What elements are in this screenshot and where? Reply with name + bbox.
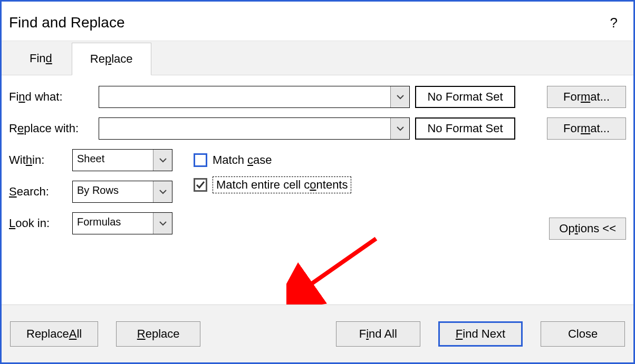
search-value: By Rows xyxy=(73,181,153,202)
within-dropdown-arrow[interactable] xyxy=(153,150,172,171)
match-case-label: Match case xyxy=(213,153,272,167)
options-toggle-button[interactable]: Options << xyxy=(549,218,626,240)
chevron-down-icon xyxy=(159,221,167,226)
search-dropdown-arrow[interactable] xyxy=(153,181,172,202)
replace-with-text[interactable] xyxy=(99,118,390,139)
dialog-body: Find what: No Format Set Format... Repla… xyxy=(2,75,633,234)
tab-strip: FindFind ReplaceReplace xyxy=(2,41,633,75)
match-entire-checkbox[interactable] xyxy=(194,178,207,192)
dialog-title: Find and Replace xyxy=(9,14,124,31)
match-case-row[interactable]: Match case xyxy=(194,153,626,167)
tab-replace-label: ReplaceReplace xyxy=(90,52,133,66)
replace-with-label: Replace with: xyxy=(9,122,93,135)
match-entire-label: Match entire cell contents xyxy=(213,176,351,193)
search-select[interactable]: By Rows xyxy=(72,181,172,203)
find-what-dropdown-arrow[interactable] xyxy=(390,86,409,107)
lookin-label: Look in: xyxy=(9,217,72,230)
find-next-button[interactable]: Find Next xyxy=(438,321,523,347)
replace-with-row: Replace with: No Format Set Format... xyxy=(9,117,626,140)
replace-all-button[interactable]: Replace All xyxy=(10,321,98,347)
checkmark-icon xyxy=(196,180,205,190)
find-what-row: Find what: No Format Set Format... xyxy=(9,86,626,108)
help-button[interactable]: ? xyxy=(610,15,618,31)
tab-find-label: FindFind xyxy=(30,52,52,65)
tab-replace[interactable]: ReplaceReplace xyxy=(72,43,151,75)
lookin-value: Formulas xyxy=(73,213,153,234)
replace-button[interactable]: Replace xyxy=(116,321,200,347)
lookin-select[interactable]: Formulas xyxy=(72,212,172,234)
options-grid: Within: Sheet Match case Search: By Rows xyxy=(9,149,626,234)
chevron-down-icon xyxy=(397,94,404,100)
within-label: Within: xyxy=(9,153,72,167)
find-what-text[interactable] xyxy=(99,86,390,107)
match-entire-row[interactable]: Match entire cell contents xyxy=(194,176,626,193)
button-bar: Replace All Replace Find All Find Next C… xyxy=(2,304,633,362)
annotation-arrow xyxy=(286,233,392,307)
chevron-down-icon xyxy=(159,189,167,194)
chevron-down-icon xyxy=(397,126,404,131)
find-format-button[interactable]: Format... xyxy=(547,86,626,108)
match-case-checkbox[interactable] xyxy=(194,153,207,167)
replace-format-button[interactable]: Format... xyxy=(547,117,626,140)
replace-format-preview: No Format Set xyxy=(415,117,515,140)
find-format-preview: No Format Set xyxy=(415,86,515,108)
within-value: Sheet xyxy=(73,150,153,171)
find-all-button[interactable]: Find All xyxy=(336,321,420,347)
find-what-label: Find what: xyxy=(9,90,93,104)
replace-with-dropdown-arrow[interactable] xyxy=(390,118,409,139)
lookin-dropdown-arrow[interactable] xyxy=(153,213,172,234)
search-label: Search: xyxy=(9,185,72,199)
chevron-down-icon xyxy=(159,158,167,163)
tab-find[interactable]: FindFind xyxy=(11,42,71,75)
find-what-input[interactable] xyxy=(99,86,410,108)
find-replace-dialog: Find and Replace ? FindFind ReplaceRepla… xyxy=(0,0,635,364)
close-button[interactable]: Close xyxy=(541,321,625,347)
replace-with-input[interactable] xyxy=(99,117,410,140)
svg-line-0 xyxy=(302,239,376,290)
titlebar: Find and Replace ? xyxy=(2,2,633,41)
within-select[interactable]: Sheet xyxy=(72,149,172,171)
